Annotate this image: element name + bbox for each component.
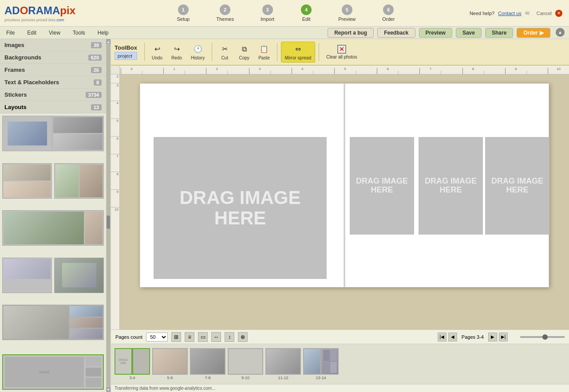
layout-thumb-1[interactable] — [2, 116, 104, 151]
wizard-step-circle-6: 6 — [383, 4, 394, 15]
drag-zone-small-2[interactable]: DRAG IMAGE HERE — [419, 137, 483, 235]
clear-photos-label: Clear all photos — [326, 55, 357, 59]
preview-button[interactable]: Preview — [419, 28, 452, 38]
zoom-controls — [520, 336, 565, 338]
save-button[interactable]: Save — [456, 28, 482, 38]
clear-all-photos-button[interactable]: ✕ Clear all photos — [323, 43, 360, 61]
panel-scroll-up[interactable]: ▲ — [106, 39, 111, 44]
ruler-container: 0 1 2 3 4 5 6 7 — [111, 66, 569, 74]
wizard-step-setup[interactable]: 1 Setup — [177, 4, 190, 22]
page-thumb-7-8[interactable] — [190, 348, 225, 375]
text-section-header[interactable]: Text & Placeholders 8 — [0, 76, 106, 88]
ruler-mark-18: 9 — [505, 68, 526, 74]
view-btn-list[interactable]: ≡ — [185, 332, 194, 342]
wizard-step-import[interactable]: 3 Import — [261, 4, 274, 22]
wizard-step-edit[interactable]: 4 Edit — [301, 4, 312, 22]
layout-thumb-3[interactable] — [54, 163, 104, 199]
wizard-step-themes[interactable]: 2 Themes — [216, 4, 234, 22]
images-section-header[interactable]: Images 39 — [0, 39, 106, 51]
drag-zone-small-1[interactable]: DRAG IMAGE HERE — [350, 137, 414, 235]
share-button[interactable]: Share — [485, 28, 513, 38]
panel-scroll-track[interactable] — [107, 45, 110, 386]
page-thumb-5-6[interactable] — [152, 348, 188, 375]
view-btn-fit-width[interactable]: ↔ — [211, 332, 221, 342]
nav-last-button[interactable]: ▶| — [499, 333, 508, 341]
menu-edit[interactable]: Edit — [25, 29, 38, 37]
page-thumb-14[interactable] — [321, 348, 339, 375]
ruler-mark-13 — [398, 71, 419, 74]
page-thumb-3[interactable]: DRAGIMA — [115, 348, 132, 375]
wizard-step-circle-4: 4 — [301, 4, 312, 15]
v-ruler-mark-0: 2 — [111, 74, 119, 83]
left-scroll: Images 39 Backgrounds 620 Frames 26 — [0, 39, 111, 392]
status-text: Transferring data from www.google-analyt… — [115, 386, 216, 391]
thumb-drag-3: DRAGIMA — [119, 358, 128, 365]
cut-button[interactable]: ✂ Cut — [216, 42, 233, 62]
cancel-button[interactable]: Cancel — [537, 11, 552, 16]
view-btn-single[interactable]: ▭ — [198, 332, 208, 342]
layout-thumb-6[interactable] — [54, 258, 104, 293]
cancel-x-button[interactable]: ✕ — [555, 10, 562, 17]
toolbox-title: ToolBox — [115, 44, 137, 51]
thumb-label-13-14: 13-14 — [316, 376, 326, 380]
wizard-step-preview[interactable]: 5 Preview — [338, 4, 356, 22]
order-button[interactable]: Order ▶ — [517, 28, 550, 38]
menu-file[interactable]: File — [4, 29, 16, 37]
menu-view[interactable]: View — [47, 29, 62, 37]
zoom-slider[interactable] — [520, 336, 565, 338]
contact-us-link[interactable]: Contact us — [498, 11, 522, 16]
layout-thumb-2[interactable] — [2, 163, 52, 199]
report-bug-button[interactable]: Report a bug — [328, 28, 374, 38]
mirror-spread-button[interactable]: ⇔ Mirror spread — [281, 42, 315, 63]
paste-button[interactable]: 📋 Paste — [255, 42, 273, 62]
drag-zone-left[interactable]: DRAG IMAGE HERE — [154, 137, 327, 279]
page-thumb-9-10[interactable] — [228, 348, 263, 375]
wizard-step-order[interactable]: 6 Order — [382, 4, 395, 22]
nav-first-button[interactable]: |◀ — [438, 333, 447, 341]
pages-count-select[interactable]: 50 20 40 60 80 100 — [146, 333, 168, 341]
ruler-mark-20: 10 — [548, 68, 569, 74]
backgrounds-section-header[interactable]: Backgrounds 620 — [0, 51, 106, 63]
frames-section-header[interactable]: Frames 26 — [0, 64, 106, 76]
history-button[interactable]: 🕐 History — [187, 42, 208, 62]
text-count: 8 — [94, 79, 102, 86]
thumb-label-9-10: 9-10 — [241, 376, 249, 380]
layouts-header: Layouts 13 — [0, 101, 106, 114]
canvas-area[interactable]: DRAG IMAGE HERE DRAG IMAGE HERE DRAG IMA… — [120, 74, 569, 329]
redo-button[interactable]: ↪ Redo — [168, 42, 186, 62]
order-label: Order — [523, 30, 538, 36]
zoom-thumb[interactable] — [542, 334, 548, 340]
layout-thumb-7[interactable] — [2, 305, 104, 340]
drag-zone-small-3[interactable]: DRAG IMAGE HERE — [485, 137, 549, 235]
page-thumb-4[interactable] — [132, 348, 150, 375]
menu-help[interactable]: Help — [96, 29, 111, 37]
layout-thumb-4[interactable] — [2, 210, 104, 246]
images-label: Images — [4, 42, 24, 48]
feedback-button[interactable]: Feedback — [377, 28, 415, 38]
thumb-group-5-6: 5-6 — [152, 348, 188, 380]
logo: ADORAMApix — [4, 4, 102, 17]
layout-thumb-5[interactable] — [2, 258, 52, 293]
layouts-count: 13 — [91, 104, 102, 110]
nav-prev-button[interactable]: ◀ — [448, 333, 457, 341]
pages-count-label: Pages count — [115, 334, 142, 340]
panel-scroll-down[interactable]: ▼ — [106, 387, 111, 392]
view-btn-grid[interactable]: ⊞ — [171, 332, 181, 342]
nav-next-button[interactable]: ▶ — [488, 333, 497, 341]
drag-text-small-2: DRAG IMAGE HERE — [419, 177, 483, 195]
main-layout: Images 39 Backgrounds 620 Frames 26 — [0, 39, 569, 392]
page-thumb-13[interactable] — [303, 348, 321, 375]
menu-tools[interactable]: Tools — [71, 29, 87, 37]
layouts-label: Layouts — [4, 104, 27, 110]
view-btn-zoom[interactable]: ⊕ — [238, 332, 248, 342]
ruler-mark-17 — [484, 71, 505, 74]
left-panel: Images 39 Backgrounds 620 Frames 26 — [0, 39, 111, 392]
scroll-up-button[interactable]: ▲ — [556, 28, 565, 37]
v-ruler-mark-1: 3 — [111, 83, 119, 101]
wizard-step-label-4: Edit — [302, 16, 311, 22]
copy-button[interactable]: ⧉ Copy — [235, 42, 253, 62]
page-thumb-11-12[interactable] — [265, 348, 301, 375]
stickers-section-header[interactable]: Stickers 3734 — [0, 89, 106, 101]
view-btn-fit-height[interactable]: ↕ — [225, 332, 234, 342]
undo-button[interactable]: ↩ Undo — [148, 42, 166, 62]
